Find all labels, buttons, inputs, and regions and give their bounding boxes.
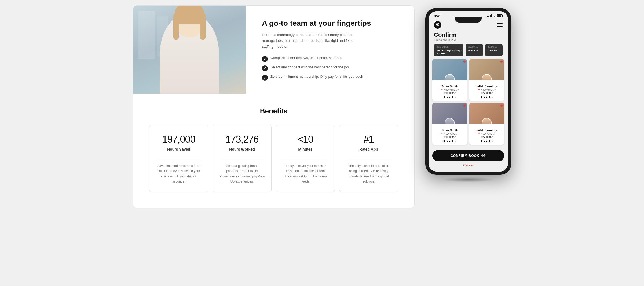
talent-card-4[interactable]: Leilah Jennings 📍 New York, NY $22.00/hr… [469,103,504,145]
star-3: ★ [486,96,488,99]
talent-rate-1: $16.00/hr [434,92,465,95]
shift-date-value: Sep 27, Sep 28, Sep 30, 2021 [437,49,460,55]
phone-reflection [441,177,495,182]
benefit-label-hours-worked: Hours Worked [229,147,255,151]
benefit-desc-rated: The only technology solution being utili… [346,164,391,184]
availability-dot-1 [463,61,466,63]
star-2: ★ [483,140,485,143]
benefit-number-hours-worked: 173,276 [225,134,258,145]
benefit-label-hours-saved: Hours Saved [167,147,190,151]
star-5-empty: ★ [454,140,456,143]
phone-notch [455,17,482,23]
benefit-number-rated: #1 [364,134,374,145]
status-icons: ∿ [487,14,503,17]
benefit-desc-minutes: Ready to cover your needs in less than 1… [283,164,328,184]
benefit-card-hours-worked: 173,276 Hours Worked Join our growing br… [213,125,272,192]
talent-name-3: Brian Smith [434,129,465,132]
talent-card-2[interactable]: Leilah Jennings 📍 New York, NY $22.00/hr… [469,59,504,101]
hero-content: A go-to team at your fingertips Poured's… [246,6,414,94]
talent-info-1: Brian Smith 📍 New York, NY $16.00/hr ★ ★… [432,80,467,101]
benefit-desc-hours-saved: Save time and resources from painful tur… [156,164,202,184]
star-5-empty: ★ [491,140,493,143]
talent-card-3[interactable]: Brian Smith 📍 New York, NY $16.00/hr ★ ★… [432,103,467,145]
feature-text-3: Zero-commitment membership. Only pay for… [270,75,363,79]
talent-rate-3: $16.00/hr [434,136,465,139]
app-logo [434,21,441,29]
talent-location-2: 📍 New York, NY [471,88,502,91]
star-1: ★ [443,96,446,99]
svg-point-1 [437,24,438,25]
benefit-card-minutes: <10 Minutes Ready to cover your needs in… [276,125,335,192]
battery-icon [497,14,503,17]
hero-title: A go-to team at your fingertips [262,18,398,28]
confirm-header: Confirm Times are in PST [429,30,508,44]
availability-dot-2 [500,61,503,63]
talent-name-2: Leilah Jennings [471,85,502,88]
star-5-empty: ★ [454,96,456,99]
talent-name-4: Leilah Jennings [471,129,502,132]
location-pin-icon-1: 📍 [441,89,443,91]
hero-description: Poured's technology enables brands to in… [262,32,358,49]
shift-end-box: End Time 4:00 PM [485,44,503,56]
talent-info-2: Leilah Jennings 📍 New York, NY $22.00/hr… [469,80,504,101]
talent-location-3: 📍 New York, NY [434,132,465,135]
check-icon-2 [262,65,268,71]
benefit-divider-3 [283,159,328,159]
star-2: ★ [483,96,485,99]
benefit-number-minutes: <10 [298,134,313,145]
talent-grid: Brian Smith 📍 New York, NY $16.00/hr ★ ★… [429,59,508,147]
talent-rate-4: $22.00/hr [471,136,502,139]
feature-item-2: Select and connect with the best person … [262,65,398,71]
availability-dot-3 [463,105,466,107]
feature-item-1: Compare Talent reviews, experience, and … [262,56,398,62]
shift-start-value: 8:00 AM [468,49,478,52]
star-rating-3: ★ ★ ★ ★ ★ [434,140,465,143]
feature-list: Compare Talent reviews, experience, and … [262,56,398,81]
confirm-subtitle: Times are in PST [434,38,503,42]
star-4: ★ [488,140,491,143]
talent-location-1: 📍 New York, NY [434,88,465,91]
phone-screen: 9:41 ∿ [429,11,508,172]
shift-end-label: End Time [488,46,500,48]
talent-info-3: Brian Smith 📍 New York, NY $16.00/hr ★ ★… [432,124,467,145]
shift-date-box: Date of Shift Sep 27, Sep 28, Sep 30, 20… [434,44,463,56]
talent-card-image-1 [432,59,467,80]
talent-card-image-3 [432,103,467,124]
check-icon-3 [262,75,268,81]
star-3: ★ [486,140,488,143]
confirm-title: Confirm [434,31,503,38]
star-4: ★ [488,96,491,99]
talent-name-1: Brian Smith [434,85,465,88]
benefit-label-minutes: Minutes [298,147,313,151]
star-2: ★ [446,140,448,143]
talent-location-4: 📍 New York, NY [471,132,502,135]
feature-text-2: Select and connect with the best person … [270,65,349,69]
benefits-title: Benefits [149,107,398,115]
star-4: ★ [451,140,454,143]
star-1: ★ [480,140,483,143]
availability-dot-4 [500,105,503,107]
shift-end-value: 4:00 PM [488,49,497,52]
location-pin-icon-3: 📍 [441,133,443,135]
star-rating-4: ★ ★ ★ ★ ★ [471,140,502,143]
shift-start-label: Start Time [468,46,480,48]
star-5-empty: ★ [491,96,493,99]
benefits-grid: 197,000 Hours Saved Save time and resour… [149,125,398,192]
benefit-card-rated-app: #1 Rated App The only technology solutio… [339,125,398,192]
star-3: ★ [449,96,451,99]
benefit-divider-1 [156,159,202,159]
hamburger-menu-icon[interactable] [497,23,503,27]
star-1: ★ [480,96,483,99]
benefits-section: Benefits 197,000 Hours Saved Save time a… [133,94,414,208]
confirm-booking-button[interactable]: CONFIRM BOOKING [432,150,504,161]
talent-info-4: Leilah Jennings 📍 New York, NY $22.00/hr… [469,124,504,145]
talent-card-1[interactable]: Brian Smith 📍 New York, NY $16.00/hr ★ ★… [432,59,467,101]
cancel-link[interactable]: Cancel [432,164,504,167]
bottom-actions: CONFIRM BOOKING Cancel [429,147,508,172]
shift-info: Date of Shift Sep 27, Sep 28, Sep 30, 20… [429,44,508,59]
status-time: 9:41 [434,14,441,18]
star-1: ★ [443,140,446,143]
talent-rate-2: $22.00/hr [471,92,502,95]
talent-card-image-2 [469,59,504,80]
benefit-divider-4 [346,159,391,159]
